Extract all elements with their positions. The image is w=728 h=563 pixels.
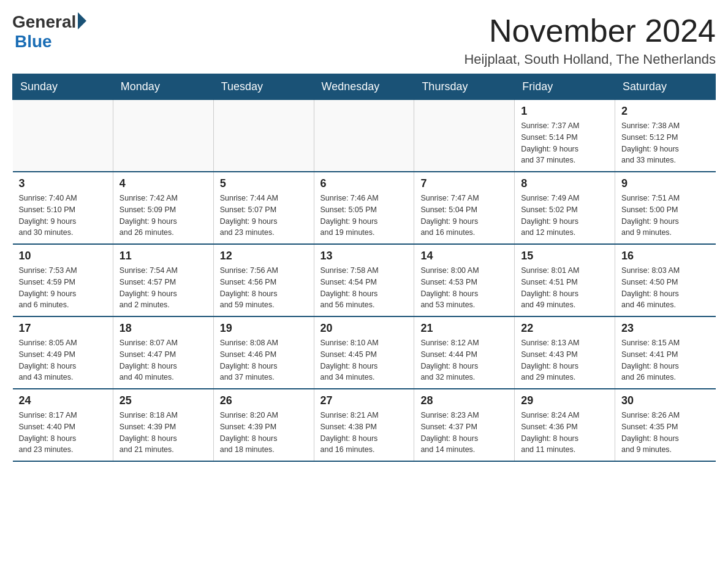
day-cell: 17Sunrise: 8:05 AM Sunset: 4:49 PM Dayli… <box>13 316 113 389</box>
day-number: 13 <box>320 250 408 262</box>
week-row-1: 1Sunrise: 7:37 AM Sunset: 5:14 PM Daylig… <box>13 100 716 172</box>
day-number: 16 <box>621 250 709 262</box>
day-info: Sunrise: 8:26 AM Sunset: 4:35 PM Dayligh… <box>621 410 709 456</box>
day-number: 25 <box>119 394 207 407</box>
day-cell <box>314 100 414 172</box>
day-info: Sunrise: 7:47 AM Sunset: 5:04 PM Dayligh… <box>420 193 508 239</box>
day-number: 10 <box>19 250 107 262</box>
day-info: Sunrise: 7:58 AM Sunset: 4:54 PM Dayligh… <box>320 265 408 311</box>
day-number: 8 <box>521 177 609 190</box>
logo-blue-text: Blue <box>15 32 52 51</box>
day-cell: 6Sunrise: 7:46 AM Sunset: 5:05 PM Daylig… <box>314 172 414 244</box>
day-number: 30 <box>621 394 709 407</box>
day-info: Sunrise: 7:51 AM Sunset: 5:00 PM Dayligh… <box>621 193 709 239</box>
week-row-5: 24Sunrise: 8:17 AM Sunset: 4:40 PM Dayli… <box>13 389 716 461</box>
day-number: 29 <box>521 394 609 407</box>
day-cell: 22Sunrise: 8:13 AM Sunset: 4:43 PM Dayli… <box>515 316 615 389</box>
day-info: Sunrise: 7:40 AM Sunset: 5:10 PM Dayligh… <box>19 193 107 239</box>
header-tuesday: Tuesday <box>213 74 314 100</box>
day-number: 23 <box>621 322 709 335</box>
day-cell: 20Sunrise: 8:10 AM Sunset: 4:45 PM Dayli… <box>314 316 414 389</box>
day-cell: 11Sunrise: 7:54 AM Sunset: 4:57 PM Dayli… <box>113 244 213 316</box>
day-cell: 18Sunrise: 8:07 AM Sunset: 4:47 PM Dayli… <box>113 316 213 389</box>
day-number: 22 <box>521 322 609 335</box>
day-cell: 28Sunrise: 8:23 AM Sunset: 4:37 PM Dayli… <box>414 389 515 461</box>
day-cell <box>414 100 515 172</box>
day-info: Sunrise: 8:17 AM Sunset: 4:40 PM Dayligh… <box>19 410 107 456</box>
day-cell: 21Sunrise: 8:12 AM Sunset: 4:44 PM Dayli… <box>414 316 515 389</box>
day-number: 5 <box>220 177 308 190</box>
day-info: Sunrise: 7:49 AM Sunset: 5:02 PM Dayligh… <box>521 193 609 239</box>
header-saturday: Saturday <box>615 74 716 100</box>
day-number: 9 <box>621 177 709 190</box>
day-cell: 23Sunrise: 8:15 AM Sunset: 4:41 PM Dayli… <box>615 316 716 389</box>
header-sunday: Sunday <box>13 74 113 100</box>
day-info: Sunrise: 8:13 AM Sunset: 4:43 PM Dayligh… <box>521 337 609 383</box>
day-number: 1 <box>521 105 609 118</box>
day-info: Sunrise: 7:46 AM Sunset: 5:05 PM Dayligh… <box>320 193 408 239</box>
week-row-4: 17Sunrise: 8:05 AM Sunset: 4:49 PM Dayli… <box>13 316 716 389</box>
day-info: Sunrise: 8:23 AM Sunset: 4:37 PM Dayligh… <box>420 410 508 456</box>
day-cell: 12Sunrise: 7:56 AM Sunset: 4:56 PM Dayli… <box>213 244 314 316</box>
day-cell: 15Sunrise: 8:01 AM Sunset: 4:51 PM Dayli… <box>515 244 615 316</box>
day-number: 24 <box>19 394 107 407</box>
day-number: 21 <box>420 322 508 335</box>
day-info: Sunrise: 8:21 AM Sunset: 4:38 PM Dayligh… <box>320 410 408 456</box>
day-info: Sunrise: 7:44 AM Sunset: 5:07 PM Dayligh… <box>220 193 308 239</box>
day-number: 17 <box>19 322 107 335</box>
day-number: 7 <box>420 177 508 190</box>
header-wednesday: Wednesday <box>314 74 414 100</box>
day-info: Sunrise: 8:08 AM Sunset: 4:46 PM Dayligh… <box>220 337 308 383</box>
day-cell: 19Sunrise: 8:08 AM Sunset: 4:46 PM Dayli… <box>213 316 314 389</box>
day-number: 2 <box>621 105 709 118</box>
day-cell: 30Sunrise: 8:26 AM Sunset: 4:35 PM Dayli… <box>615 389 716 461</box>
day-number: 20 <box>320 322 408 335</box>
day-cell: 1Sunrise: 7:37 AM Sunset: 5:14 PM Daylig… <box>515 100 615 172</box>
day-info: Sunrise: 7:54 AM Sunset: 4:57 PM Dayligh… <box>119 265 207 311</box>
day-number: 14 <box>420 250 508 262</box>
day-info: Sunrise: 7:56 AM Sunset: 4:56 PM Dayligh… <box>220 265 308 311</box>
day-info: Sunrise: 8:24 AM Sunset: 4:36 PM Dayligh… <box>521 410 609 456</box>
logo-general-text: General <box>12 12 76 32</box>
day-number: 19 <box>220 322 308 335</box>
day-number: 11 <box>119 250 207 262</box>
header-thursday: Thursday <box>414 74 515 100</box>
day-number: 18 <box>119 322 207 335</box>
day-number: 4 <box>119 177 207 190</box>
day-info: Sunrise: 8:10 AM Sunset: 4:45 PM Dayligh… <box>320 337 408 383</box>
day-number: 26 <box>220 394 308 407</box>
location-subtitle: Heijplaat, South Holland, The Netherland… <box>464 52 716 67</box>
day-number: 28 <box>420 394 508 407</box>
day-cell: 26Sunrise: 8:20 AM Sunset: 4:39 PM Dayli… <box>213 389 314 461</box>
day-info: Sunrise: 8:05 AM Sunset: 4:49 PM Dayligh… <box>19 337 107 383</box>
day-cell: 3Sunrise: 7:40 AM Sunset: 5:10 PM Daylig… <box>13 172 113 244</box>
day-number: 12 <box>220 250 308 262</box>
day-number: 27 <box>320 394 408 407</box>
day-info: Sunrise: 8:01 AM Sunset: 4:51 PM Dayligh… <box>521 265 609 311</box>
day-info: Sunrise: 7:53 AM Sunset: 4:59 PM Dayligh… <box>19 265 107 311</box>
calendar-table: Sunday Monday Tuesday Wednesday Thursday… <box>12 74 716 462</box>
day-info: Sunrise: 7:37 AM Sunset: 5:14 PM Dayligh… <box>521 120 609 166</box>
month-title: November 2024 <box>464 12 716 49</box>
day-cell <box>213 100 314 172</box>
header-monday: Monday <box>113 74 213 100</box>
day-info: Sunrise: 8:12 AM Sunset: 4:44 PM Dayligh… <box>420 337 508 383</box>
day-cell: 14Sunrise: 8:00 AM Sunset: 4:53 PM Dayli… <box>414 244 515 316</box>
day-info: Sunrise: 8:18 AM Sunset: 4:39 PM Dayligh… <box>119 410 207 456</box>
day-info: Sunrise: 8:20 AM Sunset: 4:39 PM Dayligh… <box>220 410 308 456</box>
day-cell <box>13 100 113 172</box>
logo-arrow-icon <box>78 12 86 29</box>
day-number: 15 <box>521 250 609 262</box>
day-cell: 25Sunrise: 8:18 AM Sunset: 4:39 PM Dayli… <box>113 389 213 461</box>
day-cell: 5Sunrise: 7:44 AM Sunset: 5:07 PM Daylig… <box>213 172 314 244</box>
day-cell: 27Sunrise: 8:21 AM Sunset: 4:38 PM Dayli… <box>314 389 414 461</box>
day-info: Sunrise: 7:38 AM Sunset: 5:12 PM Dayligh… <box>621 120 709 166</box>
day-cell: 10Sunrise: 7:53 AM Sunset: 4:59 PM Dayli… <box>13 244 113 316</box>
day-cell: 8Sunrise: 7:49 AM Sunset: 5:02 PM Daylig… <box>515 172 615 244</box>
weekday-header-row: Sunday Monday Tuesday Wednesday Thursday… <box>13 74 716 100</box>
day-cell: 7Sunrise: 7:47 AM Sunset: 5:04 PM Daylig… <box>414 172 515 244</box>
day-info: Sunrise: 8:07 AM Sunset: 4:47 PM Dayligh… <box>119 337 207 383</box>
day-number: 6 <box>320 177 408 190</box>
week-row-3: 10Sunrise: 7:53 AM Sunset: 4:59 PM Dayli… <box>13 244 716 316</box>
day-info: Sunrise: 7:42 AM Sunset: 5:09 PM Dayligh… <box>119 193 207 239</box>
